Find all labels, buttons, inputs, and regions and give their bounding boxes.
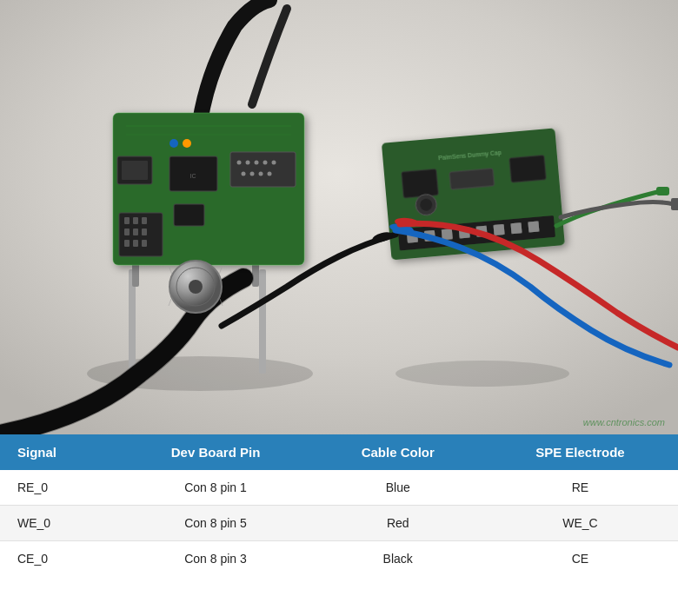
col-spe-electrode: SPE Electrode — [482, 434, 678, 470]
svg-rect-56 — [511, 222, 522, 234]
photo-section: IC — [0, 0, 678, 434]
svg-point-23 — [250, 172, 255, 176]
signal-re0: RE_0 — [0, 470, 118, 506]
svg-point-12 — [170, 139, 178, 148]
pin-ce0: Con 8 pin 3 — [118, 541, 314, 577]
color-re0: Blue — [314, 470, 482, 506]
svg-point-24 — [259, 172, 263, 176]
table-header-row: Signal Dev Board Pin Cable Color SPE Ele… — [0, 434, 678, 470]
svg-rect-28 — [124, 217, 130, 224]
connection-table: Signal Dev Board Pin Cable Color SPE Ele… — [0, 434, 678, 576]
svg-rect-52 — [442, 229, 453, 240]
svg-rect-32 — [133, 229, 138, 235]
svg-rect-48 — [449, 169, 495, 189]
col-signal: Signal — [0, 434, 118, 470]
signal-we0: WE_0 — [0, 506, 118, 541]
svg-point-13 — [183, 139, 191, 148]
svg-point-25 — [268, 172, 272, 176]
svg-point-39 — [189, 280, 203, 294]
svg-point-20 — [263, 161, 268, 165]
table-row: RE_0 Con 8 pin 1 Blue RE — [0, 470, 678, 506]
color-we0: Red — [314, 506, 482, 541]
svg-rect-57 — [528, 221, 539, 232]
svg-rect-16 — [230, 152, 296, 187]
table-row: CE_0 Con 8 pin 3 Black CE — [0, 541, 678, 577]
svg-rect-34 — [124, 240, 130, 247]
svg-rect-66 — [671, 198, 678, 210]
pin-re0: Con 8 pin 1 — [118, 470, 314, 506]
electrode-ce0: CE — [482, 541, 678, 577]
scene-illustration: IC — [0, 0, 678, 434]
svg-rect-31 — [124, 229, 130, 235]
svg-point-21 — [272, 161, 276, 165]
pin-we0: Con 8 pin 5 — [118, 506, 314, 541]
color-ce0: Black — [314, 541, 482, 577]
col-cable-color: Cable Color — [314, 434, 482, 470]
svg-point-44 — [396, 361, 569, 387]
table-section: Signal Dev Board Pin Cable Color SPE Ele… — [0, 434, 678, 616]
svg-text:www.cntronics.com: www.cntronics.com — [583, 417, 665, 427]
svg-rect-36 — [142, 240, 147, 247]
svg-text:IC: IC — [190, 173, 196, 179]
svg-rect-35 — [133, 240, 138, 247]
svg-rect-65 — [656, 187, 669, 195]
svg-point-22 — [242, 172, 246, 176]
signal-ce0: CE_0 — [0, 541, 118, 577]
svg-rect-11 — [122, 161, 148, 180]
table-row: WE_0 Con 8 pin 5 Red WE_C — [0, 506, 678, 541]
svg-rect-26 — [174, 204, 204, 226]
svg-rect-47 — [402, 169, 438, 198]
svg-rect-55 — [494, 224, 505, 235]
electrode-we0: WE_C — [482, 506, 678, 541]
svg-rect-29 — [133, 217, 138, 224]
svg-point-17 — [237, 161, 242, 165]
svg-point-19 — [255, 161, 259, 165]
svg-rect-58 — [509, 156, 546, 182]
svg-rect-30 — [142, 217, 147, 224]
col-dev-board-pin: Dev Board Pin — [118, 434, 314, 470]
electrode-re0: RE — [482, 470, 678, 506]
svg-point-18 — [246, 161, 250, 165]
svg-rect-33 — [142, 229, 147, 235]
main-container: IC — [0, 0, 678, 616]
svg-rect-3 — [259, 269, 266, 374]
